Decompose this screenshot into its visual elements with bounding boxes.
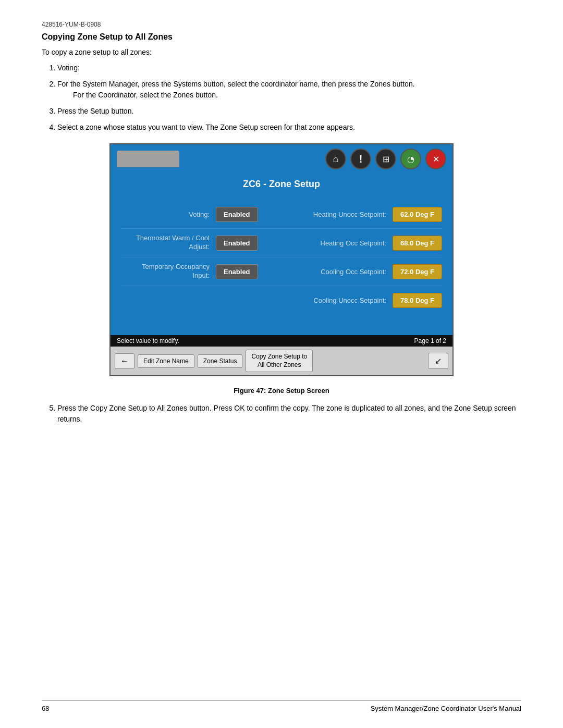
- step-3: Press the Setup button.: [57, 106, 521, 117]
- voting-btn[interactable]: Enabled: [216, 207, 258, 222]
- intro-text: To copy a zone setup to all zones:: [42, 48, 521, 56]
- screen-body: Voting: Enabled Heating Unocc Setpoint: …: [111, 195, 452, 335]
- page-number: 68: [42, 705, 49, 712]
- screen-title: ZC6 - Zone Setup: [243, 179, 320, 189]
- clock-icon[interactable]: ◔: [400, 149, 421, 169]
- step-1: Voting:: [57, 63, 521, 73]
- heating-unocc-section: Heating Unocc Setpoint: 62.0 Deg F: [303, 207, 442, 222]
- temp-occ-btn[interactable]: Enabled: [216, 264, 258, 279]
- edit-zone-name-button[interactable]: Edit Zone Name: [138, 354, 194, 368]
- screen-bottom-bar: ← Edit Zone Name Zone Status Copy Zone S…: [111, 347, 452, 375]
- screen-status-bar: Select value to modify. Page 1 of 2: [111, 335, 452, 347]
- heating-unocc-value[interactable]: 62.0 Deg F: [393, 207, 442, 222]
- heating-occ-value[interactable]: 68.0 Deg F: [393, 236, 442, 251]
- cooling-occ-label: Cooling Occ Setpoint:: [303, 268, 386, 276]
- scroll-down-button[interactable]: ↙: [428, 353, 448, 369]
- heating-occ-section: Heating Occ Setpoint: 68.0 Deg F: [303, 236, 442, 251]
- thermostat-label: Thermostat Warm / CoolAdjust:: [121, 234, 210, 252]
- screen-row-4: Cooling Unocc Setpoint: 78.0 Deg F: [111, 286, 452, 314]
- screen-row-1: Voting: Enabled Heating Unocc Setpoint: …: [111, 200, 452, 228]
- screen-row-2: Thermostat Warm / CoolAdjust: Enabled He…: [111, 229, 452, 257]
- screen-title-bar: ZC6 - Zone Setup: [111, 174, 452, 195]
- step5-list: Press the Copy Zone Setup to All Zones b…: [57, 403, 521, 425]
- back-button[interactable]: ←: [115, 353, 134, 369]
- thermostat-btn[interactable]: Enabled: [216, 236, 258, 251]
- steps-list: Voting: For the System Manager, press th…: [57, 63, 521, 133]
- close-icon[interactable]: ✕: [425, 149, 446, 169]
- cooling-unocc-value[interactable]: 78.0 Deg F: [393, 293, 442, 308]
- zone-status-button[interactable]: Zone Status: [198, 354, 243, 368]
- home-icon[interactable]: ⌂: [325, 149, 346, 169]
- grid-icon[interactable]: ⊞: [375, 149, 396, 169]
- step-4: Select a zone whose status you want to v…: [57, 122, 521, 133]
- status-message: Select value to modify.: [117, 337, 179, 344]
- header-tab: [117, 151, 179, 167]
- page-indicator: Page 1 of 2: [414, 337, 446, 344]
- screen-row-3: Temporary OccupancyInput: Enabled Coolin…: [111, 257, 452, 286]
- figure-caption: Figure 47: Zone Setup Screen: [42, 387, 521, 394]
- page-footer: 68 System Manager/Zone Coordinator User'…: [42, 700, 521, 712]
- cooling-occ-value[interactable]: 72.0 Deg F: [393, 264, 442, 279]
- cooling-occ-section: Cooling Occ Setpoint: 72.0 Deg F: [303, 264, 442, 279]
- heating-unocc-label: Heating Unocc Setpoint:: [303, 211, 386, 218]
- screen-header: ⌂ ! ⊞ ◔ ✕: [111, 144, 452, 174]
- alert-icon[interactable]: !: [350, 149, 371, 169]
- step-5: Press the Copy Zone Setup to All Zones b…: [57, 403, 521, 425]
- figure-container: ⌂ ! ⊞ ◔ ✕ ZC6 - Zone Setup Voting: Enabl…: [109, 143, 454, 376]
- heating-occ-label: Heating Occ Setpoint:: [303, 239, 386, 247]
- step-2: For the System Manager, press the System…: [57, 79, 521, 101]
- step-2b: For the Coordinator, select the Zones bu…: [73, 90, 521, 101]
- manual-title: System Manager/Zone Coordinator User's M…: [371, 705, 521, 712]
- cooling-unocc-label: Cooling Unocc Setpoint:: [303, 297, 386, 304]
- temp-occ-label: Temporary OccupancyInput:: [121, 263, 210, 280]
- voting-label: Voting:: [121, 211, 210, 218]
- copy-zone-setup-button[interactable]: Copy Zone Setup toAll Other Zones: [246, 350, 313, 372]
- section-title: Copying Zone Setup to All Zones: [42, 32, 521, 42]
- doc-id: 428516-YUM-B-0908: [42, 21, 521, 28]
- cooling-unocc-section: Cooling Unocc Setpoint: 78.0 Deg F: [303, 293, 442, 308]
- screen-icons: ⌂ ! ⊞ ◔ ✕: [325, 149, 446, 169]
